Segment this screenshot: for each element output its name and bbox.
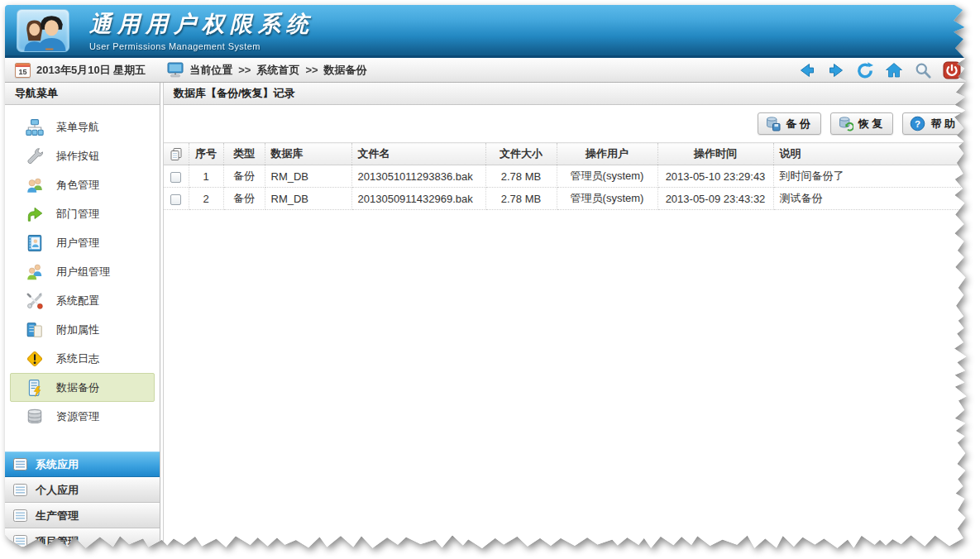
cell-no: 2 bbox=[189, 188, 223, 210]
sidebar-item-label: 数据备份 bbox=[56, 380, 99, 395]
table-row[interactable]: 1 备份 RM_DB 2013051011293836.bak 2.78 MB … bbox=[164, 165, 973, 188]
accordion-section-project-management[interactable]: 项目管理 bbox=[5, 528, 160, 554]
table-row[interactable]: 2 备份 RM_DB 2013050911432969.bak 2.78 MB … bbox=[164, 188, 973, 210]
sidebar-item-system-configuration[interactable]: 系统配置 bbox=[10, 286, 155, 315]
col-header-user[interactable]: 操作用户 bbox=[557, 143, 657, 165]
list-panel-icon bbox=[13, 484, 27, 496]
sidebar-title: 导航菜单 bbox=[5, 83, 160, 105]
cell-filename: 2013050911432969.bak bbox=[351, 188, 485, 210]
cell-database: RM_DB bbox=[265, 188, 351, 210]
warning-icon bbox=[26, 350, 44, 368]
sidebar-item-additional-attributes[interactable]: 附加属性 bbox=[10, 315, 155, 344]
restore-button[interactable]: 恢 复 bbox=[830, 112, 894, 135]
sidebar-item-resource-management[interactable]: 资源管理 bbox=[10, 402, 155, 431]
search-icon[interactable] bbox=[914, 61, 932, 79]
current-date: 2013年5月10日 星期五 bbox=[36, 63, 146, 78]
col-header-database[interactable]: 数据库 bbox=[265, 143, 351, 165]
sidebar-item-label: 系统配置 bbox=[56, 294, 99, 308]
col-header-note[interactable]: 说明 bbox=[773, 143, 973, 165]
table-header-row: 序号 类型 数据库 文件名 文件大小 操作用户 操作时间 说明 bbox=[164, 143, 973, 165]
select-all-icon[interactable] bbox=[170, 147, 183, 160]
cell-note: 测试备份 bbox=[773, 188, 973, 210]
sidebar-item-label: 用户管理 bbox=[56, 236, 99, 251]
accordion-section-system-apps[interactable]: 系统应用 bbox=[5, 452, 160, 477]
breadcrumb-item-current: 数据备份 bbox=[324, 63, 367, 78]
sidebar-item-label: 附加属性 bbox=[56, 322, 99, 337]
backup-button[interactable]: 备 份 bbox=[758, 112, 821, 135]
row-checkbox[interactable] bbox=[170, 194, 181, 205]
cell-database: RM_DB bbox=[265, 165, 351, 188]
cell-type: 备份 bbox=[223, 165, 265, 188]
back-icon[interactable] bbox=[798, 61, 816, 79]
col-header-filename[interactable]: 文件名 bbox=[351, 143, 485, 165]
sidebar: 导航菜单 菜单导航 bbox=[5, 83, 160, 554]
breadcrumb: 当前位置 >> 系统首页 >> 数据备份 bbox=[167, 62, 366, 78]
breadcrumb-label: 当前位置 bbox=[189, 63, 232, 78]
sidebar-item-data-backup[interactable]: 数据备份 bbox=[10, 373, 155, 402]
database-icon bbox=[26, 408, 44, 426]
breadcrumb-separator: >> bbox=[305, 64, 318, 76]
accordion-section-label: 生产管理 bbox=[36, 509, 79, 523]
breadcrumb-separator: >> bbox=[238, 64, 251, 76]
sidebar-nav-list: 菜单导航 操作按钮 bbox=[5, 105, 160, 452]
list-panel-icon bbox=[13, 509, 27, 522]
col-header-time[interactable]: 操作时间 bbox=[657, 143, 773, 165]
sidebar-item-department-management[interactable]: 部门管理 bbox=[10, 199, 155, 228]
monitor-icon bbox=[167, 62, 184, 78]
power-icon[interactable] bbox=[943, 61, 961, 79]
row-checkbox[interactable] bbox=[170, 172, 181, 183]
nav-icon-group bbox=[798, 61, 964, 79]
user-group-icon bbox=[26, 263, 44, 281]
accordion-section-personal-apps[interactable]: 个人应用 bbox=[5, 477, 160, 503]
svg-text:?: ? bbox=[915, 119, 920, 129]
sidebar-item-label: 部门管理 bbox=[56, 207, 99, 222]
torn-page: 通用用户权限系统 User Permissions Management Sys… bbox=[5, 5, 973, 554]
accordion-section-label: 系统应用 bbox=[36, 457, 79, 472]
cell-time: 2013-05-09 23:43:32 bbox=[657, 188, 773, 210]
sidebar-item-label: 操作按钮 bbox=[56, 149, 99, 164]
sidebar-item-label: 资源管理 bbox=[56, 409, 99, 424]
col-header-filesize[interactable]: 文件大小 bbox=[485, 143, 557, 165]
two-users-logo-icon bbox=[17, 9, 69, 52]
help-button[interactable]: ? 帮 助 bbox=[902, 112, 966, 135]
home-icon[interactable] bbox=[885, 61, 903, 79]
app-subtitle: User Permissions Management System bbox=[89, 41, 314, 51]
cell-type: 备份 bbox=[223, 188, 265, 210]
accordion-section-production-management[interactable]: 生产管理 bbox=[5, 503, 160, 528]
cell-time: 2013-05-10 23:29:43 bbox=[657, 165, 773, 188]
breadcrumb-item-home[interactable]: 系统首页 bbox=[256, 63, 299, 78]
torn-page-wrap: 通用用户权限系统 User Permissions Management Sys… bbox=[5, 5, 973, 554]
cell-filename: 2013051011293836.bak bbox=[351, 165, 485, 188]
restore-button-label: 恢 复 bbox=[858, 117, 883, 131]
sidebar-item-user-management[interactable]: 用户管理 bbox=[10, 228, 155, 257]
user-book-icon bbox=[26, 234, 44, 252]
col-header-no[interactable]: 序号 bbox=[189, 143, 223, 165]
roles-icon bbox=[26, 176, 44, 194]
sidebar-item-user-group-management[interactable]: 用户组管理 bbox=[10, 257, 155, 286]
cell-no: 1 bbox=[189, 165, 223, 188]
accordion-section-label: 个人应用 bbox=[36, 483, 79, 498]
cell-note: 到时间备份了 bbox=[773, 165, 973, 188]
help-button-label: 帮 助 bbox=[930, 117, 955, 131]
main-content: 数据库【备份/恢复】记录 备 份 bbox=[163, 83, 973, 554]
sidebar-item-system-logs[interactable]: 系统日志 bbox=[10, 344, 155, 373]
backup-db-icon bbox=[765, 116, 781, 131]
sidebar-item-label: 用户组管理 bbox=[56, 265, 110, 280]
sidebar-item-label: 角色管理 bbox=[56, 178, 99, 193]
app-title: 通用用户权限系统 bbox=[89, 9, 314, 39]
backup-records-table: 序号 类型 数据库 文件名 文件大小 操作用户 操作时间 说明 1 备份 bbox=[164, 142, 973, 210]
accordion-section-label: 项目管理 bbox=[36, 534, 79, 549]
sidebar-item-operation-buttons[interactable]: 操作按钮 bbox=[10, 141, 155, 170]
col-header-type[interactable]: 类型 bbox=[223, 143, 265, 165]
help-icon: ? bbox=[910, 116, 925, 131]
forward-icon[interactable] bbox=[827, 61, 845, 79]
app-header: 通用用户权限系统 User Permissions Management Sys… bbox=[5, 5, 973, 58]
restore-db-icon bbox=[838, 116, 853, 131]
cell-user: 管理员(system) bbox=[557, 188, 657, 210]
sidebar-item-menu-navigation[interactable]: 菜单导航 bbox=[10, 112, 155, 141]
content-title: 数据库【备份/恢复】记录 bbox=[164, 83, 973, 105]
sidebar-item-role-management[interactable]: 角色管理 bbox=[10, 170, 155, 199]
list-panel-icon bbox=[13, 458, 27, 471]
calendar-day: 15 bbox=[16, 67, 30, 77]
refresh-icon[interactable] bbox=[856, 61, 874, 79]
